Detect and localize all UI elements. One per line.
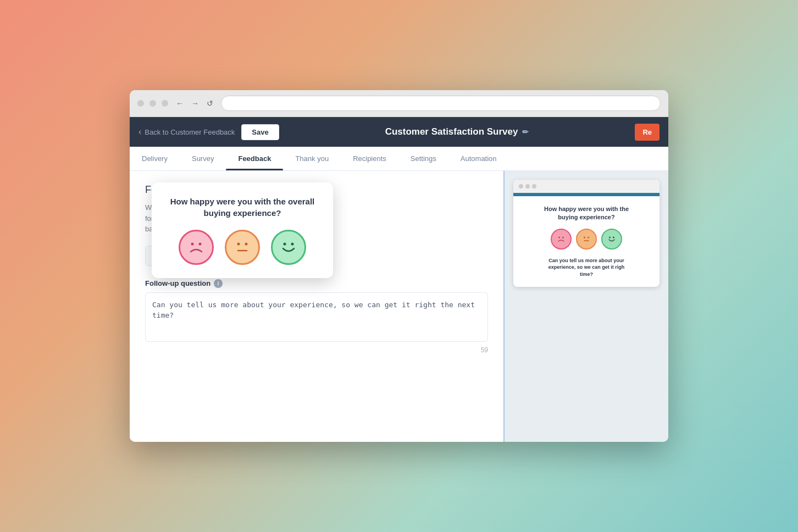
tooltip-card: How happy were you with the overall buyi… [152, 182, 333, 278]
followup-info-icon[interactable]: i [214, 279, 223, 288]
svg-point-12 [284, 243, 286, 246]
tab-settings[interactable]: Settings [398, 147, 448, 170]
tab-thank-you[interactable]: Thank you [283, 147, 341, 170]
save-button[interactable]: Save [241, 124, 279, 140]
svg-point-3 [588, 236, 589, 238]
followup-label: Follow-up question i [145, 279, 488, 288]
preview-followup-text: Can you tell us more about yourexperienc… [520, 257, 653, 278]
tooltip-question: How happy were you with the overall buyi… [165, 196, 320, 219]
preview-browser-chrome [513, 180, 660, 193]
preview-question: How happy were you with thebuying experi… [520, 205, 653, 222]
preview-emoji-neutral [576, 229, 597, 250]
preview-content: How happy were you with thebuying experi… [513, 196, 660, 287]
browser-dot-1 [137, 100, 144, 107]
preview-emojis [520, 229, 653, 250]
svg-point-6 [613, 236, 614, 238]
right-panel: How happy were you with thebuying experi… [503, 171, 668, 442]
char-count: 59 [145, 346, 488, 354]
browser-chrome: ← → ↺ [130, 90, 668, 117]
svg-point-8 [199, 243, 202, 246]
tooltip-emoji-sad [179, 230, 214, 265]
svg-point-7 [191, 243, 194, 246]
tooltip-emoji-happy [271, 230, 306, 265]
preview-browser: How happy were you with thebuying experi… [513, 180, 660, 287]
browser-window: ← → ↺ ‹ Back to Customer Feedback Save C… [130, 90, 668, 442]
browser-dot-3 [162, 100, 168, 107]
preview-dot-3 [532, 184, 536, 189]
svg-point-13 [291, 243, 294, 246]
tab-automation[interactable]: Automation [448, 147, 509, 170]
nav-refresh-button[interactable]: ↺ [204, 98, 215, 109]
svg-point-1 [562, 236, 564, 238]
preview-dot-2 [525, 184, 530, 189]
browser-nav: ← → ↺ [174, 98, 215, 109]
followup-textarea[interactable]: Can you tell us more about your experien… [145, 292, 488, 342]
followup-label-text: Follow-up question [145, 279, 210, 287]
back-link-label: Back to Customer Feedback [145, 128, 235, 136]
svg-point-9 [237, 243, 240, 246]
back-link[interactable]: ‹ Back to Customer Feedback [138, 127, 235, 137]
browser-dot-2 [149, 100, 156, 107]
survey-title: Customer Satisfaction Survey [385, 126, 518, 137]
edit-title-icon[interactable]: ✏ [522, 128, 529, 136]
tab-recipients[interactable]: Recipients [341, 147, 398, 170]
review-button[interactable]: Re [635, 124, 660, 141]
preview-emoji-sad [551, 229, 572, 250]
nav-forward-button[interactable]: → [189, 98, 201, 109]
svg-point-5 [609, 236, 611, 238]
preview-dot-1 [519, 184, 523, 189]
svg-point-10 [245, 243, 248, 246]
tab-delivery[interactable]: Delivery [130, 147, 180, 170]
tab-navigation: Delivery Survey Feedback Thank you Recip… [130, 147, 668, 171]
nav-back-button[interactable]: ← [174, 98, 186, 109]
tab-survey[interactable]: Survey [180, 147, 226, 170]
app-header: ‹ Back to Customer Feedback Save Custome… [130, 117, 668, 147]
back-arrow-icon: ‹ [138, 127, 141, 137]
svg-point-2 [584, 236, 585, 238]
app-title-area: Customer Satisfaction Survey ✏ [279, 126, 635, 137]
svg-point-0 [558, 236, 560, 238]
tooltip-emoji-neutral [225, 230, 260, 265]
address-bar[interactable] [221, 96, 661, 111]
tab-feedback[interactable]: Feedback [226, 147, 283, 170]
preview-emoji-happy [601, 229, 622, 250]
tooltip-emojis [165, 230, 320, 265]
